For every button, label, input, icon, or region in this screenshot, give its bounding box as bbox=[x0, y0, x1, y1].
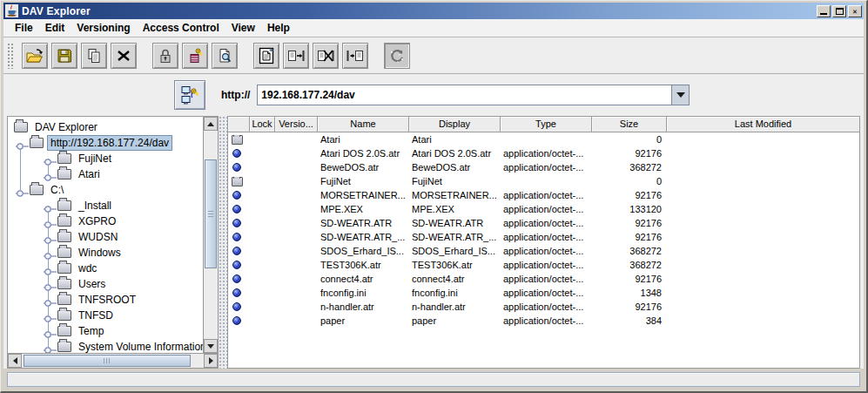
table-row[interactable]: Atari Atari 0 bbox=[228, 132, 859, 146]
scroll-down-button[interactable] bbox=[204, 339, 218, 353]
column-header-modified[interactable]: Last Modified bbox=[667, 117, 859, 132]
scroll-up-button[interactable] bbox=[204, 117, 218, 131]
tree-toggle-icon[interactable] bbox=[43, 311, 57, 320]
menu-item[interactable]: Versioning bbox=[71, 20, 136, 36]
scroll-track[interactable] bbox=[204, 131, 218, 339]
tree-item[interactable]: wdc bbox=[8, 261, 203, 276]
menu-item[interactable]: File bbox=[9, 20, 39, 36]
column-header-icon[interactable] bbox=[228, 117, 250, 132]
tree-item[interactable]: DAV Explorer bbox=[8, 119, 203, 135]
tree-toggle-icon[interactable] bbox=[43, 233, 57, 241]
save-button[interactable] bbox=[51, 43, 77, 69]
maximize-button[interactable] bbox=[832, 5, 846, 17]
tree-item[interactable]: Atari bbox=[8, 166, 203, 182]
table-row[interactable]: FujiNet FujiNet 0 bbox=[228, 174, 859, 188]
tree-toggle-icon[interactable] bbox=[43, 327, 57, 335]
view-document-button[interactable] bbox=[253, 43, 279, 69]
splitter-handle[interactable] bbox=[219, 116, 227, 369]
scroll-right-button[interactable] bbox=[204, 354, 218, 368]
cell-name: SDOS_Erhard_IS... bbox=[318, 246, 409, 256]
column-header-version[interactable]: Versio... bbox=[275, 117, 318, 132]
tree-toggle-icon[interactable] bbox=[43, 280, 57, 288]
title-bar[interactable]: DAV Explorer ✕ bbox=[3, 3, 864, 19]
tree-item[interactable]: TNFSD bbox=[8, 308, 203, 323]
open-button[interactable] bbox=[22, 43, 48, 69]
tree-item-label: DAV Explorer bbox=[31, 119, 101, 135]
put-document-button[interactable] bbox=[283, 43, 309, 69]
arrow-up-icon bbox=[207, 122, 214, 126]
refresh-button[interactable] bbox=[384, 43, 410, 69]
column-header-name[interactable]: Name bbox=[318, 117, 409, 132]
url-input[interactable] bbox=[258, 85, 671, 105]
tree-toggle-icon[interactable] bbox=[43, 217, 57, 226]
tree-horizontal-scrollbar[interactable] bbox=[8, 353, 218, 368]
menu-item[interactable]: View bbox=[225, 20, 261, 36]
table-row[interactable]: BeweDOS.atr BeweDOS.atr application/octe… bbox=[228, 160, 859, 174]
tree-vertical-scrollbar[interactable] bbox=[203, 117, 218, 353]
tree-item[interactable]: Temp bbox=[8, 323, 203, 339]
tree-toggle-icon[interactable] bbox=[43, 170, 57, 179]
preview-button[interactable] bbox=[212, 43, 238, 69]
tree-item[interactable]: XGPRO bbox=[8, 213, 203, 229]
menu-item[interactable]: Access Control bbox=[137, 20, 225, 36]
scroll-left-button[interactable] bbox=[8, 354, 22, 368]
scroll-thumb[interactable] bbox=[24, 355, 191, 367]
tree-toggle-icon[interactable] bbox=[15, 139, 29, 147]
close-button[interactable]: ✕ bbox=[848, 5, 862, 17]
scroll-track[interactable] bbox=[22, 354, 204, 368]
tree-item[interactable]: TNFSROOT bbox=[8, 292, 203, 308]
table-row[interactable]: MORSETRAINER... MORSETRAINER... applicat… bbox=[228, 188, 859, 202]
table-row[interactable]: SD-WEATR.ATR SD-WEATR.ATR application/oc… bbox=[228, 216, 859, 230]
table-row[interactable]: connect4.atr connect4.atr application/oc… bbox=[228, 272, 859, 286]
unlock-button[interactable] bbox=[182, 43, 208, 69]
cell-name: TEST306K.atr bbox=[318, 260, 409, 270]
cell-display: connect4.atr bbox=[409, 274, 501, 284]
cell-display: Atari bbox=[409, 134, 501, 145]
toolbar-grip[interactable] bbox=[7, 43, 15, 69]
delete-button[interactable] bbox=[111, 43, 137, 69]
menu-item[interactable]: Edit bbox=[39, 20, 71, 36]
cell-display: FujiNet bbox=[409, 176, 501, 186]
table-row[interactable]: SD-WEATR.ATR_... SD-WEATR.ATR_... applic… bbox=[228, 230, 859, 244]
table-row[interactable]: fnconfig.ini fnconfig.ini application/oc… bbox=[228, 286, 859, 300]
tree-item[interactable]: Users bbox=[8, 276, 203, 292]
tree-toggle-icon[interactable] bbox=[43, 342, 57, 351]
abort-put-button[interactable] bbox=[313, 43, 339, 69]
tree-toggle-icon[interactable] bbox=[43, 295, 57, 304]
menu-item[interactable]: Help bbox=[261, 20, 296, 36]
resource-icon bbox=[232, 205, 241, 213]
tree-toggle-icon[interactable] bbox=[43, 248, 57, 257]
table-row[interactable]: paper paper application/octet-... 384 bbox=[228, 314, 859, 328]
protocol-label: http:// bbox=[221, 89, 250, 101]
tree-item[interactable]: System Volume Information bbox=[8, 339, 203, 353]
lock-button[interactable] bbox=[152, 43, 178, 69]
url-dropdown-button[interactable] bbox=[671, 85, 689, 105]
tree-item[interactable]: WUDSN bbox=[8, 229, 203, 245]
url-bar: http:// bbox=[3, 74, 864, 116]
table-row[interactable]: SDOS_Erhard_IS... SDOS_Erhard_IS... appl… bbox=[228, 244, 859, 258]
scroll-thumb[interactable] bbox=[205, 159, 217, 268]
tree-toggle-icon[interactable] bbox=[15, 186, 29, 194]
table-row[interactable]: MPE.XEX MPE.XEX application/octet-... 13… bbox=[228, 202, 859, 216]
tree-item[interactable]: http://192.168.177.24/dav bbox=[8, 135, 203, 151]
column-header-display[interactable]: Display bbox=[409, 117, 501, 132]
tree-item[interactable]: FujiNet bbox=[8, 151, 203, 166]
get-document-button[interactable] bbox=[342, 43, 368, 69]
tree-toggle-icon[interactable] bbox=[43, 201, 57, 210]
column-header-size[interactable]: Size bbox=[592, 117, 667, 132]
minimize-button[interactable] bbox=[817, 5, 831, 17]
table-row[interactable]: Atari DOS 2.0S.atr Atari DOS 2.0S.atr ap… bbox=[228, 146, 859, 160]
column-header-lock[interactable]: Lock bbox=[250, 117, 275, 132]
copy-button[interactable] bbox=[81, 43, 107, 69]
table-row[interactable]: n-handler.atr n-handler.atr application/… bbox=[228, 300, 859, 314]
tree-item[interactable]: Windows bbox=[8, 245, 203, 261]
tree-item-label: wdc bbox=[75, 261, 100, 276]
tree-toggle-icon[interactable] bbox=[43, 264, 57, 273]
connect-button[interactable] bbox=[174, 80, 205, 110]
table-row[interactable]: TEST306K.atr TEST306K.atr application/oc… bbox=[228, 258, 859, 272]
cell-display: SD-WEATR.ATR bbox=[409, 218, 501, 228]
tree-item[interactable]: _Install bbox=[8, 198, 203, 213]
column-header-type[interactable]: Type bbox=[501, 117, 592, 132]
tree-toggle-icon[interactable] bbox=[43, 154, 57, 163]
tree-item[interactable]: C:\ bbox=[8, 182, 203, 198]
